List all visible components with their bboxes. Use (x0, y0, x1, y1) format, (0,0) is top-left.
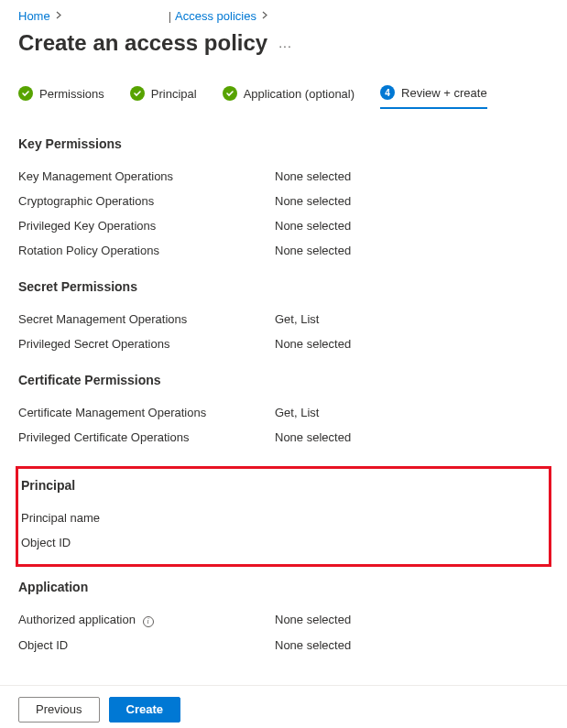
previous-button[interactable]: Previous (18, 697, 100, 723)
tab-application[interactable]: Application (optional) (223, 86, 354, 108)
review-row: Privileged Certificate Operations None s… (18, 425, 549, 450)
row-label: Secret Management Operations (18, 312, 275, 326)
review-row: Object ID (18, 530, 540, 555)
review-row: Cryptographic Operations None selected (18, 189, 549, 213)
breadcrumb-separator: | (169, 9, 171, 23)
row-label: Privileged Key Operations (18, 219, 275, 233)
review-row: Privileged Key Operations None selected (18, 213, 549, 238)
chevron-right-icon (260, 11, 270, 21)
row-value: None selected (275, 638, 351, 652)
review-row: Rotation Policy Operations None selected (18, 238, 549, 263)
section-application: Application Authorized application i Non… (18, 580, 549, 657)
row-label: Certificate Management Operations (18, 406, 275, 419)
row-label: Privileged Secret Operations (18, 337, 275, 351)
tab-principal[interactable]: Principal (130, 86, 197, 108)
check-icon (18, 86, 33, 101)
row-value: Get, List (275, 406, 319, 419)
review-content: Key Permissions Key Management Operation… (0, 109, 567, 685)
row-label: Object ID (21, 536, 278, 549)
section-title: Secret Permissions (18, 279, 549, 294)
tab-label: Permissions (39, 87, 104, 101)
row-label: Authorized application i (18, 613, 275, 627)
row-value: None selected (275, 337, 351, 351)
info-icon[interactable]: i (143, 616, 154, 627)
check-icon (223, 86, 237, 101)
tab-label: Principal (151, 87, 197, 101)
review-row: Secret Management Operations Get, List (18, 307, 549, 331)
create-button[interactable]: Create (109, 697, 180, 723)
section-key-permissions: Key Permissions Key Management Operation… (18, 136, 549, 263)
row-label: Privileged Certificate Operations (18, 430, 275, 444)
section-title: Principal (18, 478, 540, 493)
breadcrumb: Home | Access policies (0, 0, 567, 27)
section-certificate-permissions: Certificate Permissions Certificate Mana… (18, 373, 549, 450)
review-row: Object ID None selected (18, 633, 549, 657)
breadcrumb-access-policies[interactable]: Access policies (175, 9, 256, 23)
row-value: None selected (275, 219, 351, 233)
section-title: Application (18, 580, 549, 594)
row-label: Rotation Policy Operations (18, 244, 275, 257)
row-value: None selected (275, 244, 351, 257)
tab-review-create[interactable]: 4 Review + create (380, 85, 487, 109)
row-label: Key Management Operations (18, 169, 275, 183)
row-label: Object ID (18, 638, 275, 652)
section-title: Certificate Permissions (18, 373, 549, 387)
wizard-tabs: Permissions Principal Application (optio… (0, 74, 567, 109)
section-title: Key Permissions (18, 136, 549, 151)
review-row: Authorized application i None selected (18, 607, 549, 633)
breadcrumb-home[interactable]: Home (18, 9, 50, 23)
row-value: None selected (275, 613, 351, 627)
review-row: Principal name (18, 505, 540, 530)
chevron-right-icon (54, 11, 64, 21)
step-number-icon: 4 (380, 85, 395, 100)
review-row: Privileged Secret Operations None select… (18, 331, 549, 356)
row-value: None selected (275, 430, 351, 444)
tab-permissions[interactable]: Permissions (18, 86, 104, 108)
review-row: Key Management Operations None selected (18, 164, 549, 189)
review-row: Certificate Management Operations Get, L… (18, 400, 549, 425)
check-icon (130, 86, 145, 101)
section-secret-permissions: Secret Permissions Secret Management Ope… (18, 279, 549, 356)
row-value: None selected (275, 194, 351, 208)
section-principal-highlight: Principal Principal name Object ID (16, 466, 551, 567)
row-label: Principal name (21, 511, 278, 525)
row-label: Cryptographic Operations (18, 194, 275, 208)
tab-label: Application (optional) (244, 87, 354, 101)
page-title-row: Create an access policy ··· (0, 27, 567, 74)
more-actions-button[interactable]: ··· (278, 33, 292, 53)
tab-label: Review + create (401, 86, 487, 100)
wizard-footer: Previous Create (0, 685, 567, 729)
row-value: Get, List (275, 312, 319, 326)
page-title: Create an access policy (18, 30, 267, 56)
row-value: None selected (275, 169, 351, 183)
